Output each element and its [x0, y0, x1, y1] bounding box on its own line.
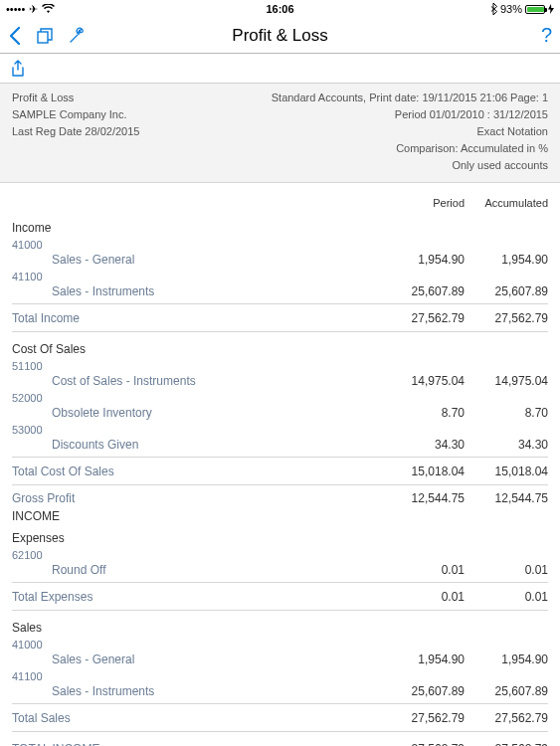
- account-code[interactable]: 41100: [12, 670, 56, 682]
- total-expenses: Total Expenses 0.01 0.01: [12, 586, 548, 611]
- nav-bar: Profit & Loss ?: [0, 18, 560, 54]
- comparison-info: Comparison: Accumulated in %: [272, 140, 548, 157]
- report-header: Profit & Loss SAMPLE Company Inc. Last R…: [0, 84, 560, 183]
- line-item: Round Off 0.01 0.01: [12, 561, 548, 579]
- battery-icon: [525, 5, 545, 14]
- status-bar: ••••• ✈︎ 16:06 93%: [0, 0, 560, 18]
- status-left: ••••• ✈︎: [6, 3, 189, 16]
- total-income-caps: TOTAL INCOME 27,562.79 27,562.79: [12, 732, 548, 746]
- line-item: Sales - Instruments 25,607.89 25,607.89: [12, 682, 548, 700]
- period-info: Period 01/01/2010 : 31/12/2015: [272, 106, 548, 123]
- total-income: Total Income 27,562.79 27,562.79: [12, 307, 548, 332]
- print-info: Standard Accounts, Print date: 19/11/201…: [272, 90, 548, 106]
- line-item: Sales - General 1,954.90 1,954.90: [12, 251, 548, 269]
- line-item: Discounts Given 34.30 34.30: [12, 436, 548, 454]
- account-code[interactable]: 41100: [12, 271, 56, 282]
- col-accum: Accumulated: [465, 197, 548, 209]
- bluetooth-icon: [490, 3, 497, 15]
- line-desc[interactable]: Discounts Given: [12, 438, 381, 452]
- last-reg-date: Last Reg Date 28/02/2015: [12, 123, 272, 140]
- section-sales-title: Sales: [12, 611, 548, 637]
- charging-icon: [548, 4, 554, 14]
- line-item: Cost of Sales - Instruments 14,975.04 14…: [12, 372, 548, 390]
- account-code[interactable]: 41000: [12, 639, 56, 651]
- help-button[interactable]: ?: [541, 24, 552, 46]
- line-accum: 1,954.90: [465, 253, 548, 267]
- accounts-info: Only used accounts: [272, 157, 548, 174]
- toolbar: [0, 54, 560, 84]
- notation-info: Exact Notation: [272, 123, 548, 140]
- report-name: Profit & Loss: [12, 90, 272, 106]
- share-button[interactable]: [10, 60, 26, 78]
- section-income-title: Income: [12, 215, 548, 237]
- battery-percent: 93%: [500, 3, 522, 15]
- total-cos: Total Cost Of Sales 15,018.04 15,018.04: [12, 461, 548, 485]
- svg-rect-0: [38, 32, 48, 43]
- line-desc[interactable]: Sales - General: [12, 253, 381, 267]
- section-cos-title: Cost Of Sales: [12, 332, 548, 358]
- line-desc[interactable]: Round Off: [12, 563, 381, 577]
- settings-button[interactable]: [68, 27, 86, 45]
- account-code[interactable]: 53000: [12, 424, 56, 436]
- back-button[interactable]: [8, 26, 22, 46]
- airplane-icon: ✈︎: [29, 3, 38, 16]
- section-expenses-title: Expenses: [12, 525, 548, 547]
- gross-profit: Gross Profit 12,544.75 12,544.75: [12, 485, 548, 507]
- column-headers: Period Accumulated: [12, 187, 548, 215]
- col-period: Period: [381, 197, 465, 209]
- signal-dots-icon: •••••: [6, 3, 25, 15]
- line-desc[interactable]: Sales - Instruments: [12, 684, 381, 698]
- company-name: SAMPLE Company Inc.: [12, 106, 272, 123]
- line-period: 1,954.90: [381, 253, 465, 267]
- account-code[interactable]: 52000: [12, 392, 56, 404]
- line-desc[interactable]: Sales - Instruments: [12, 284, 381, 298]
- status-right: 93%: [371, 3, 554, 15]
- account-code[interactable]: 62100: [12, 549, 56, 561]
- line-period: 25,607.89: [381, 284, 465, 298]
- income-caps: INCOME: [12, 507, 548, 525]
- status-time: 16:06: [189, 3, 372, 15]
- line-desc[interactable]: Obsolete Inventory: [12, 406, 381, 420]
- line-item: Sales - Instruments 25,607.89 25,607.89: [12, 282, 548, 300]
- wifi-icon: [42, 4, 55, 14]
- line-accum: 25,607.89: [465, 284, 548, 298]
- account-code[interactable]: 51100: [12, 360, 56, 372]
- line-desc[interactable]: Sales - General: [12, 653, 381, 666]
- line-item: Obsolete Inventory 8.70 8.70: [12, 404, 548, 422]
- copy-button[interactable]: [36, 27, 54, 45]
- line-desc[interactable]: Cost of Sales - Instruments: [12, 374, 381, 388]
- account-code[interactable]: 41000: [12, 239, 56, 251]
- report-body: Period Accumulated Income 41000 Sales - …: [0, 183, 560, 746]
- total-sales: Total Sales 27,562.79 27,562.79: [12, 707, 548, 732]
- line-item: Sales - General 1,954.90 1,954.90: [12, 651, 548, 668]
